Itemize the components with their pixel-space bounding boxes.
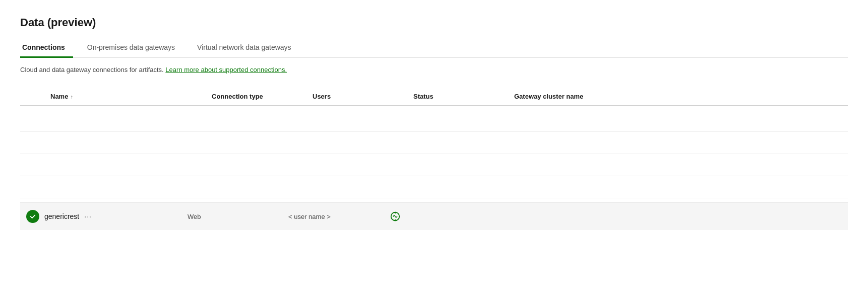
table-body: genericrest ··· Web < user name > bbox=[20, 110, 848, 230]
col-gateway-label: Gateway cluster name bbox=[514, 93, 583, 100]
row-ellipsis-menu[interactable]: ··· bbox=[84, 212, 92, 220]
row-connection-type: Web bbox=[188, 213, 288, 220]
tab-virtual-network[interactable]: Virtual network data gateways bbox=[195, 39, 299, 58]
col-gateway-cluster-name: Gateway cluster name bbox=[514, 93, 848, 100]
empty-rows bbox=[20, 110, 848, 198]
row-connection-name: genericrest bbox=[44, 212, 79, 220]
table-header: Name ↑ Connection type Users Status Gate… bbox=[20, 88, 848, 106]
col-users: Users bbox=[313, 93, 413, 100]
row-name-cell: genericrest ··· bbox=[26, 210, 188, 223]
empty-row-3 bbox=[20, 154, 848, 176]
description-text: Cloud and data gateway connections for a… bbox=[20, 66, 848, 73]
table-row[interactable]: genericrest ··· Web < user name > bbox=[20, 202, 848, 230]
empty-row-2 bbox=[20, 132, 848, 154]
tab-connections[interactable]: Connections bbox=[20, 39, 73, 58]
connections-table: Name ↑ Connection type Users Status Gate… bbox=[20, 88, 848, 230]
col-connection-type-label: Connection type bbox=[212, 93, 263, 100]
empty-row-4 bbox=[20, 176, 848, 198]
tab-navigation: Connections On-premises data gateways Vi… bbox=[20, 39, 848, 58]
sort-arrow-icon: ↑ bbox=[70, 94, 73, 100]
col-name-label: Name bbox=[50, 93, 68, 100]
connection-status-check-icon bbox=[26, 210, 39, 223]
col-name[interactable]: Name ↑ bbox=[50, 93, 212, 100]
row-status bbox=[389, 210, 401, 222]
empty-row-1 bbox=[20, 110, 848, 132]
learn-more-link[interactable]: Learn more about supported connections. bbox=[165, 66, 287, 73]
row-users: < user name > bbox=[288, 213, 389, 220]
page-container: Data (preview) Connections On-premises d… bbox=[0, 0, 868, 304]
description-static: Cloud and data gateway connections for a… bbox=[20, 66, 164, 73]
col-connection-type: Connection type bbox=[212, 93, 313, 100]
tab-on-premises[interactable]: On-premises data gateways bbox=[85, 39, 183, 58]
col-users-label: Users bbox=[313, 93, 331, 100]
col-status: Status bbox=[413, 93, 514, 100]
page-title: Data (preview) bbox=[20, 16, 848, 29]
col-status-label: Status bbox=[413, 93, 433, 100]
